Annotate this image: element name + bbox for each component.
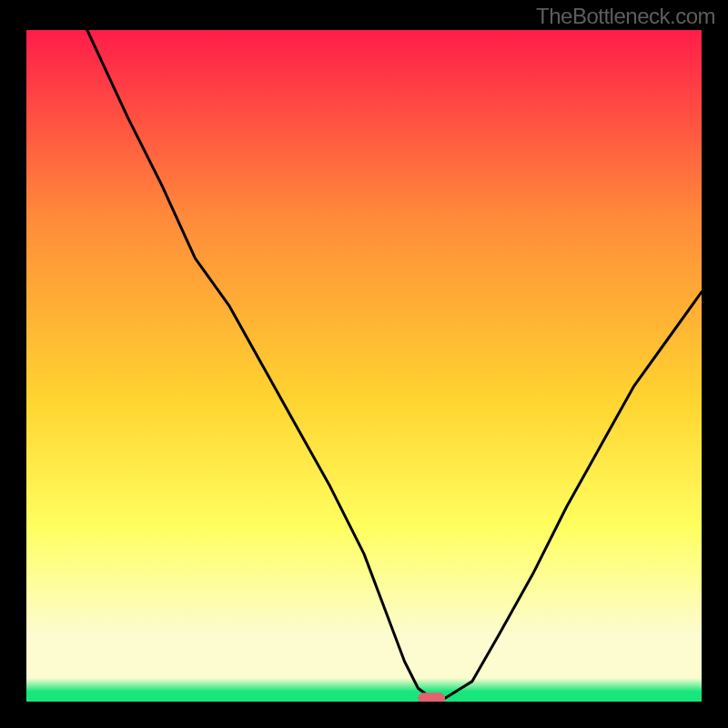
optimal-range-marker	[418, 693, 445, 702]
chart-curve-layer	[26, 30, 702, 702]
bottleneck-curve	[87, 30, 702, 698]
chart-plot-area	[26, 30, 702, 702]
watermark-text: TheBottleneck.com	[536, 4, 715, 29]
